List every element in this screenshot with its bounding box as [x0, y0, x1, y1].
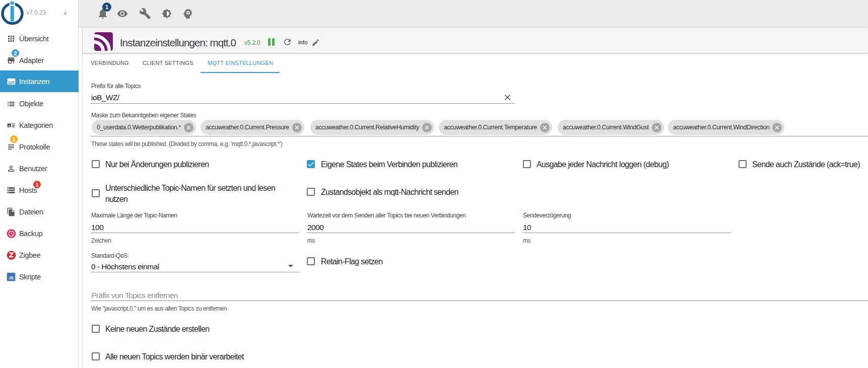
svg-text:JS: JS: [9, 276, 14, 280]
